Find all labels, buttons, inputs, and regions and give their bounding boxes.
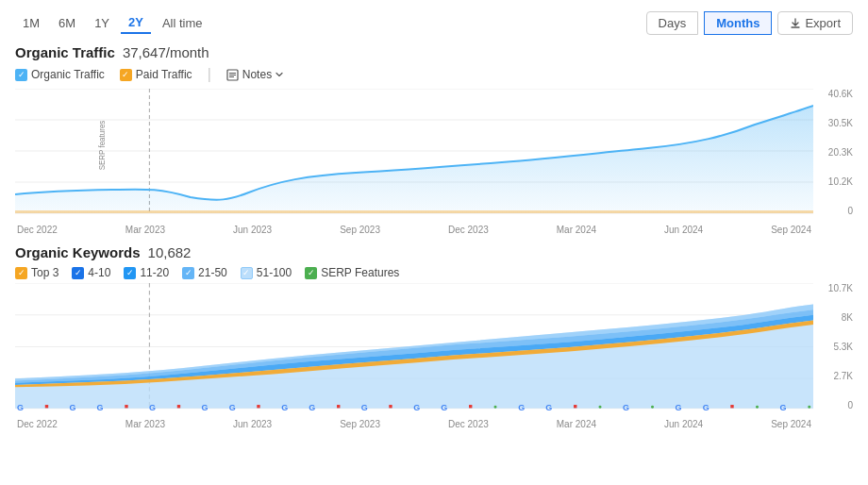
kw-x-label-6: Jun 2024 <box>664 419 703 429</box>
51-100-label: 51-100 <box>257 266 292 279</box>
kw-x-label-5: Mar 2024 <box>557 419 596 429</box>
kw-x-label-3: Sep 2023 <box>340 419 380 429</box>
paid-checkbox[interactable]: ✓ <box>120 69 132 81</box>
legend-top3: ✓ Top 3 <box>15 266 58 279</box>
51-100-checkbox[interactable]: ✓ <box>241 267 253 279</box>
notes-button[interactable]: Notes <box>226 68 283 81</box>
export-button[interactable]: Export <box>777 11 853 35</box>
kw-y-0: 0 <box>847 400 853 410</box>
legend-4-10: ✓ 4-10 <box>72 266 110 279</box>
x-label-0: Dec 2022 <box>17 225 58 235</box>
kw-x-label-0: Dec 2022 <box>17 419 58 429</box>
organic-traffic-header: Organic Traffic 37,647/month <box>15 44 853 60</box>
x-label-4: Dec 2023 <box>448 225 489 235</box>
time-6m[interactable]: 6M <box>51 13 83 33</box>
time-1y[interactable]: 1Y <box>87 13 117 33</box>
x-label-3: Sep 2023 <box>340 225 380 235</box>
organic-keywords-value: 10,682 <box>148 244 192 260</box>
paid-label: Paid Traffic <box>136 68 192 81</box>
organic-traffic-legend: ✓ Organic Traffic ✓ Paid Traffic | Notes <box>15 66 853 83</box>
y-30k: 30.5K <box>828 118 853 128</box>
y-40k: 40.6K <box>828 89 853 99</box>
organic-label: Organic Traffic <box>31 68 105 81</box>
chart-area-bottom: G ■ G G ■ G ■ G G ■ G G ■ G ■ G G <box>15 283 813 429</box>
organic-keywords-title: Organic Keywords <box>15 244 141 260</box>
y-20k: 20.3K <box>828 147 853 158</box>
top3-label: Top 3 <box>31 266 58 279</box>
organic-checkbox[interactable]: ✓ <box>15 69 27 81</box>
serp-label: SERP Features <box>321 266 399 279</box>
kw-y-5k: 5.3K <box>833 342 853 352</box>
organic-traffic-title: Organic Traffic <box>15 44 115 60</box>
chevron-down-icon <box>275 71 283 78</box>
organic-traffic-value: 37,647/month <box>123 44 209 60</box>
y-axis-bottom: 10.7K 8K 5.3K 2.7K 0 <box>813 283 853 429</box>
time-2y[interactable]: 2Y <box>121 12 151 34</box>
notes-icon <box>226 69 239 81</box>
organic-keywords-chart: G ■ G G ■ G ■ G G ■ G G ■ G ■ G G <box>15 283 853 429</box>
kw-y-10k: 10.7K <box>828 283 853 293</box>
view-days-button[interactable]: Days <box>646 11 699 35</box>
organic-keywords-header: Organic Keywords 10,682 <box>15 244 853 260</box>
chart-area-top: SERP features <box>15 89 813 235</box>
svg-text:SERP features: SERP features <box>98 121 107 171</box>
time-filters: 1M 6M 1Y 2Y All time <box>15 12 210 34</box>
x-label-6: Jun 2024 <box>664 225 703 235</box>
x-label-5: Mar 2024 <box>557 225 596 235</box>
time-all[interactable]: All time <box>155 13 210 33</box>
21-50-label: 21-50 <box>198 266 227 279</box>
right-controls: Days Months Export <box>646 11 853 35</box>
21-50-checkbox[interactable]: ✓ <box>182 267 194 279</box>
legend-11-20: ✓ 11-20 <box>124 266 169 279</box>
time-1m[interactable]: 1M <box>15 13 47 33</box>
11-20-checkbox[interactable]: ✓ <box>124 267 136 279</box>
11-20-label: 11-20 <box>140 266 169 279</box>
kw-x-label-4: Dec 2023 <box>448 419 489 429</box>
legend-organic: ✓ Organic Traffic <box>15 68 105 81</box>
x-label-1: Mar 2023 <box>125 225 165 235</box>
kw-x-label-2: Jun 2023 <box>233 419 272 429</box>
y-0: 0 <box>847 206 853 216</box>
legend-51-100: ✓ 51-100 <box>241 266 292 279</box>
x-label-7: Sep 2024 <box>771 225 811 235</box>
toolbar: 1M 6M 1Y 2Y All time Days Months Export <box>15 11 853 35</box>
kw-x-label-1: Mar 2023 <box>125 419 165 429</box>
export-icon <box>790 18 801 29</box>
kw-x-label-7: Sep 2024 <box>771 419 811 429</box>
y-10k: 10.2K <box>828 176 853 187</box>
4-10-label: 4-10 <box>88 266 110 279</box>
serp-checkbox[interactable]: ✓ <box>305 267 317 279</box>
y-axis-top: 40.6K 30.5K 20.3K 10.2K 0 <box>813 89 853 235</box>
notes-label: Notes <box>242 68 272 81</box>
organic-keywords-legend: ✓ Top 3 ✓ 4-10 ✓ 11-20 ✓ 21-50 ✓ 51-100 … <box>15 266 853 279</box>
kw-y-2k: 2.7K <box>833 371 853 381</box>
x-label-2: Jun 2023 <box>233 225 272 235</box>
legend-21-50: ✓ 21-50 <box>182 266 227 279</box>
kw-y-8k: 8K <box>842 312 853 323</box>
legend-paid: ✓ Paid Traffic <box>120 68 192 81</box>
4-10-checkbox[interactable]: ✓ <box>72 267 84 279</box>
view-months-button[interactable]: Months <box>704 11 772 35</box>
top3-checkbox[interactable]: ✓ <box>15 267 27 279</box>
organic-traffic-chart: SERP features <box>15 89 853 235</box>
legend-serp: ✓ SERP Features <box>305 266 399 279</box>
